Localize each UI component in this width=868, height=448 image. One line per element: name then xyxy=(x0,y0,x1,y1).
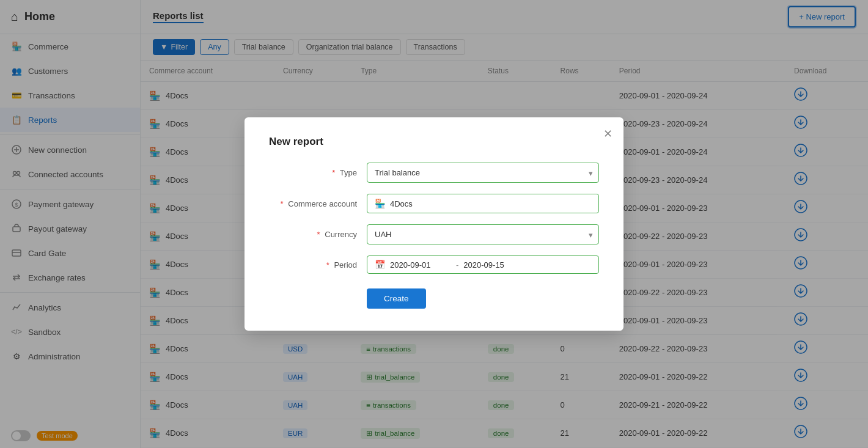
form-row-currency: * Currency UAH USD EUR ▾ xyxy=(269,224,599,244)
form-row-period: * Period 📅 - xyxy=(269,255,599,274)
create-report-button[interactable]: Create xyxy=(367,288,426,309)
commerce-shop-icon: 🏪 xyxy=(375,199,385,208)
modal-close-button[interactable]: ✕ xyxy=(603,127,612,141)
modal-title: New report xyxy=(269,136,599,148)
form-row-commerce-account: * Commerce account 🏪 xyxy=(269,194,599,213)
commerce-account-input-wrapper: 🏪 xyxy=(367,194,599,213)
type-label: * Type xyxy=(269,168,367,177)
form-row-type: * Type Trial balance Organization trial … xyxy=(269,163,599,183)
required-star-type: * xyxy=(332,168,335,177)
type-select-wrapper: Trial balance Organization trial balance… xyxy=(367,163,599,183)
required-star-commerce: * xyxy=(281,199,284,208)
currency-select[interactable]: UAH USD EUR xyxy=(367,224,599,244)
modal-overlay[interactable]: New report ✕ * Type Trial balance Organi… xyxy=(0,0,868,448)
period-label: * Period xyxy=(269,260,367,270)
new-report-modal: New report ✕ * Type Trial balance Organi… xyxy=(245,117,623,331)
required-star-period: * xyxy=(326,260,329,270)
period-dash: - xyxy=(456,260,458,270)
currency-label: * Currency xyxy=(269,230,367,239)
commerce-account-input[interactable] xyxy=(390,199,591,208)
currency-select-wrapper: UAH USD EUR ▾ xyxy=(367,224,599,244)
period-start-input[interactable] xyxy=(390,260,451,270)
form-actions: Create xyxy=(269,285,599,309)
period-row: 📅 - xyxy=(367,255,599,274)
commerce-account-label: * Commerce account xyxy=(269,199,367,208)
period-calendar-icon: 📅 xyxy=(375,260,385,270)
period-end-input[interactable] xyxy=(463,260,524,270)
required-star-currency: * xyxy=(317,230,320,239)
type-select[interactable]: Trial balance Organization trial balance… xyxy=(367,163,599,183)
